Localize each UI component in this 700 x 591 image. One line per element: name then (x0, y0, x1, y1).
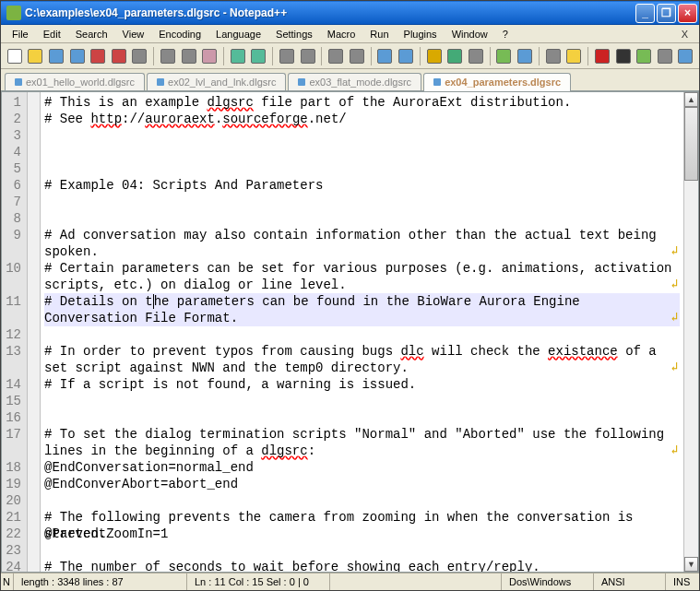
redo-button[interactable] (249, 46, 269, 66)
code-line[interactable]: @PreventZoomIn=1 (44, 526, 680, 542)
new-file-icon (7, 49, 22, 64)
find-button[interactable] (277, 46, 297, 66)
code-editor[interactable]: # This is an example dlgsrc file part of… (41, 92, 683, 572)
vertical-scrollbar[interactable]: ▲ ▼ (683, 92, 698, 572)
save-all-button[interactable] (67, 46, 88, 66)
file-icon (15, 78, 22, 86)
wordwrap-button[interactable] (424, 46, 445, 66)
paste-button[interactable] (199, 46, 219, 66)
status-insert-mode[interactable]: INS (666, 573, 699, 590)
scroll-track[interactable] (684, 181, 698, 557)
menu-help[interactable]: ? (495, 27, 516, 41)
macro-stop-button[interactable] (613, 46, 634, 66)
menu-close-doc[interactable]: X (674, 27, 695, 41)
sync-h-icon (398, 49, 413, 64)
code-line[interactable]: @EndConversation=normal_end (44, 459, 680, 476)
tab-ex04_parameters-dlgsrc[interactable]: ex04_parameters.dlgsrc (423, 73, 571, 91)
code-line[interactable]: # In order to prevent typos from causing… (44, 343, 680, 376)
code-line[interactable] (44, 393, 680, 409)
minimize-button[interactable]: _ (635, 4, 655, 23)
close-all-button[interactable] (109, 46, 129, 66)
line-number: 8 (2, 210, 21, 227)
lang-button[interactable] (494, 46, 515, 66)
copy-button[interactable] (179, 46, 199, 66)
code-line[interactable]: # See http://auroraext.sourceforge.net/ (44, 111, 680, 127)
code-line[interactable] (44, 542, 680, 559)
line-number: 5 (2, 160, 21, 177)
macro-multi-button[interactable] (655, 46, 675, 66)
print-button[interactable] (130, 46, 150, 66)
code-line[interactable]: # The number of seconds to wait before s… (44, 559, 680, 572)
replace-button[interactable] (298, 46, 318, 66)
scroll-up-button[interactable]: ▲ (684, 92, 698, 107)
macro-stop-icon (616, 49, 631, 64)
macro-record-icon (595, 49, 610, 64)
zoom-out-icon (350, 49, 364, 64)
scroll-thumb[interactable] (684, 107, 698, 181)
code-line[interactable]: # Certain parameters can be set for vari… (44, 260, 680, 293)
new-file-button[interactable] (5, 46, 25, 66)
menu-window[interactable]: Window (445, 27, 495, 41)
scroll-down-button[interactable]: ▼ (684, 557, 698, 572)
open-file-button[interactable] (26, 46, 46, 66)
cut-button[interactable] (158, 46, 178, 66)
menu-language[interactable]: Language (208, 27, 268, 41)
status-encoding[interactable]: ANSI (594, 573, 666, 590)
menu-search[interactable]: Search (68, 27, 115, 41)
menu-encoding[interactable]: Encoding (151, 27, 208, 41)
code-line[interactable]: # This is an example dlgsrc file part of… (44, 94, 680, 111)
line-number: 22 (2, 526, 21, 542)
zoom-out-button[interactable] (347, 46, 367, 66)
menu-edit[interactable]: Edit (36, 27, 68, 41)
menu-plugins[interactable]: Plugins (397, 27, 445, 41)
save-button[interactable] (46, 46, 66, 66)
tab-ex03_flat_mode-dlgsrc[interactable]: ex03_flat_mode.dlgsrc (288, 73, 421, 90)
tab-ex01_hello_world-dlgsrc[interactable]: ex01_hello_world.dlgsrc (5, 73, 145, 90)
fold-margin[interactable] (28, 92, 41, 572)
code-line[interactable]: # Ad conversation may also contain infor… (44, 227, 680, 260)
status-eol[interactable]: Dos\Windows (502, 573, 594, 590)
code-line[interactable]: @EndConverAbort=abort_end (44, 476, 680, 492)
maximize-button[interactable]: ❐ (657, 4, 676, 23)
menu-view[interactable]: View (115, 27, 152, 41)
close-button[interactable]: × (678, 4, 697, 23)
code-line[interactable] (44, 144, 680, 160)
code-line[interactable]: # Example 04: Scripts And Parameters (44, 177, 680, 194)
sync-h-button[interactable] (396, 46, 416, 66)
func-list-button[interactable] (543, 46, 564, 66)
file-icon (157, 78, 164, 86)
copy-icon (182, 49, 196, 64)
code-line[interactable] (44, 127, 680, 144)
code-line[interactable] (44, 160, 680, 177)
zoom-in-button[interactable] (326, 46, 346, 66)
toolbar-separator (321, 47, 322, 65)
code-line[interactable] (44, 326, 680, 343)
code-line[interactable]: # To set the dialog termination scripts … (44, 426, 680, 459)
tab-ex02_lvl_and_lnk-dlgsrc[interactable]: ex02_lvl_and_lnk.dlgsrc (147, 73, 286, 90)
code-line[interactable]: # The following prevents the camera from… (44, 509, 680, 526)
code-line[interactable] (44, 409, 680, 426)
macro-record-button[interactable] (592, 46, 612, 66)
menu-run[interactable]: Run (362, 27, 396, 41)
indent-guide-button[interactable] (466, 46, 486, 66)
wrap-arrow-icon: ↲ (670, 277, 678, 293)
menu-macro[interactable]: Macro (320, 27, 363, 41)
code-line[interactable] (44, 492, 680, 509)
macro-save-icon (678, 49, 693, 64)
code-line[interactable] (44, 210, 680, 227)
menu-settings[interactable]: Settings (268, 27, 320, 41)
editor-area: 123456789101112131415161718192021222324 … (1, 91, 699, 573)
code-line[interactable]: # Details on the parameters can be found… (44, 293, 680, 326)
allchars-button[interactable] (445, 46, 465, 66)
titlebar: C:\examples\ex04_parameters.dlgsrc - Not… (1, 1, 699, 25)
folder-button[interactable] (564, 46, 585, 66)
code-line[interactable] (44, 194, 680, 210)
undo-button[interactable] (228, 46, 248, 66)
doc-map-button[interactable] (515, 46, 535, 66)
macro-play-button[interactable] (634, 46, 654, 66)
code-line[interactable]: # If a script is not found, a warning is… (44, 376, 680, 393)
sync-v-button[interactable] (375, 46, 396, 66)
macro-save-button[interactable] (676, 46, 696, 66)
close-button[interactable] (88, 46, 108, 66)
menu-file[interactable]: File (5, 27, 36, 41)
